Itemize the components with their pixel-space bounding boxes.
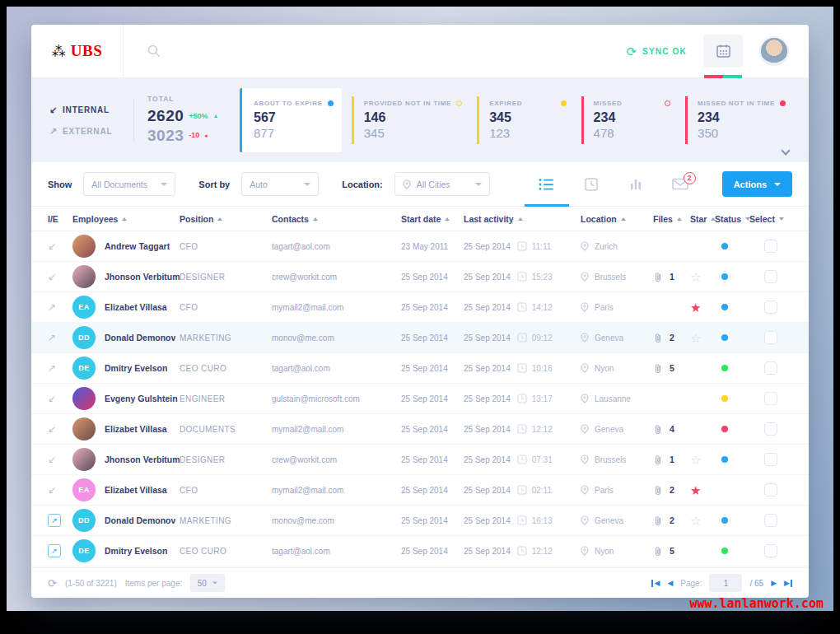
table-row[interactable]: ↗ DD Donald Demonov MARKETING monov@me.c…	[31, 323, 809, 353]
row-checkbox[interactable]	[764, 544, 777, 557]
first-page-button[interactable]: ◀	[651, 579, 660, 587]
items-per-page-label: Items per page:	[125, 579, 182, 588]
stat-dot-icon	[328, 100, 334, 106]
position-text: ENGINEER	[180, 394, 272, 403]
table-row[interactable]: ↗ DE Dmitry Evelson CEO CURO tagart@aol.…	[31, 353, 809, 384]
pin-icon	[581, 424, 589, 434]
sort-select[interactable]: Auto	[241, 172, 319, 196]
table-row[interactable]: ↙ Evgeny Gulshtein ENGINEER gulstain@mic…	[31, 384, 809, 414]
table-row[interactable]: ↗ DE Dmitry Evelson CEO CURO tagart@aol.…	[31, 536, 809, 566]
column-header[interactable]: Employees	[72, 214, 180, 224]
contact-email: mymail2@mail.com	[272, 486, 401, 495]
start-date: 25 Sep 2014	[401, 303, 464, 312]
row-checkbox[interactable]	[764, 483, 777, 496]
column-header-label: Select	[749, 214, 775, 224]
position-text: CEO CURO	[180, 547, 272, 556]
row-checkbox[interactable]	[764, 514, 777, 527]
next-page-button[interactable]: ▶	[771, 579, 777, 587]
clock-icon	[517, 241, 527, 251]
calendar-button[interactable]	[703, 35, 743, 68]
files-count: 1	[670, 455, 674, 464]
start-date: 25 Sep 2014	[401, 364, 464, 373]
column-header-label: Last activity	[464, 214, 514, 224]
files-count: 5	[670, 546, 674, 556]
tab-chart-view[interactable]	[614, 162, 658, 207]
row-checkbox[interactable]	[764, 422, 777, 436]
table-row[interactable]: ↗ DD Donald Demonov MARKETING monov@me.c…	[31, 506, 809, 536]
column-header[interactable]: Location	[581, 214, 653, 224]
table-row[interactable]: ↙ Elizabet Villasa DOCUMENTS mymail2@mai…	[31, 414, 809, 445]
activity-time: 07:31	[532, 455, 553, 464]
column-header[interactable]: Select	[749, 214, 792, 224]
row-checkbox[interactable]	[764, 361, 777, 375]
column-header[interactable]: I/E	[48, 214, 72, 224]
show-select[interactable]: All Documents	[83, 172, 175, 196]
activity-date: 25 Sep 2014	[464, 455, 511, 464]
table-row[interactable]: ↙ Jhonson Verbitum DESIGNER crew@workit.…	[31, 262, 809, 292]
column-header[interactable]: Last activity	[464, 214, 581, 224]
stat-card[interactable]: MISSED 234 478	[581, 96, 675, 145]
chevron-down-icon	[212, 581, 217, 584]
row-checkbox[interactable]	[764, 331, 777, 344]
stat-card[interactable]: PROVIDED NOT IN TIME 146 345	[352, 96, 467, 145]
external-toggle[interactable]: ↗ EXTERNAL	[49, 126, 120, 137]
column-header-label: Location	[581, 214, 617, 224]
stat-card[interactable]: MISSED NOT IN TIME 234 350	[685, 96, 791, 145]
last-page-button[interactable]: ▶	[784, 579, 792, 587]
column-header[interactable]: Contacts	[272, 214, 401, 224]
column-header[interactable]: Star	[690, 214, 715, 224]
stat-card[interactable]: ABOUT TO EXPIRE 567 877	[240, 88, 342, 153]
ubs-logo[interactable]: ⁂ UBS	[31, 25, 124, 77]
star-icon[interactable]: ☆	[690, 454, 701, 466]
tab-timeline-view[interactable]	[569, 162, 614, 207]
star-icon[interactable]: ★	[690, 484, 701, 496]
actions-button[interactable]: Actions	[722, 171, 792, 197]
stat-card[interactable]: EXPIRED 345 123	[477, 96, 571, 145]
location-select[interactable]: All Cities	[394, 172, 490, 196]
tab-mail-view[interactable]: 2	[658, 162, 702, 207]
internal-label: INTERNAL	[63, 105, 110, 114]
row-checkbox[interactable]	[764, 301, 777, 314]
page-input[interactable]	[709, 574, 742, 592]
star-icon[interactable]: ☆	[690, 515, 701, 527]
paperclip-icon	[653, 515, 663, 526]
column-header[interactable]: Start date	[401, 214, 464, 224]
table-row[interactable]: ↙ EA Elizabet Villasa CFO mymail2@mail.c…	[31, 475, 809, 506]
table-row[interactable]: ↙ Andrew Taggart CFO tagart@aol.com 23 M…	[31, 231, 809, 262]
employee-name: Evgeny Gulshtein	[105, 394, 178, 403]
star-icon[interactable]: ★	[690, 301, 701, 314]
column-header[interactable]: Status	[715, 214, 749, 224]
column-header[interactable]: Files	[653, 214, 690, 224]
direction-icon: ↗	[48, 544, 61, 557]
calendar-indicator-bar	[704, 75, 742, 78]
employee-name: Elizabet Villasa	[105, 485, 167, 495]
prev-page-button[interactable]: ◀	[667, 579, 673, 587]
search-icon[interactable]	[147, 44, 161, 58]
avatar: DD	[72, 326, 96, 349]
pin-icon	[403, 179, 411, 189]
refresh-icon[interactable]: ⟳	[48, 577, 57, 590]
row-checkbox[interactable]	[764, 453, 777, 466]
tab-list-view[interactable]	[525, 162, 569, 207]
table-row[interactable]: ↙ Jhonson Verbitum DESIGNER crew@workit.…	[31, 445, 809, 475]
contact-email: tagart@aol.com	[272, 364, 401, 373]
column-header[interactable]: Position	[180, 214, 272, 224]
sync-status[interactable]: ⟳ SYNC OK	[626, 45, 687, 58]
star-icon[interactable]: ☆	[690, 332, 701, 344]
status-dot	[721, 548, 728, 554]
direction-icon: ↙	[48, 393, 56, 404]
files-count: 2	[670, 515, 674, 525]
row-checkbox[interactable]	[764, 240, 777, 253]
row-checkbox[interactable]	[764, 270, 777, 283]
items-per-page-select[interactable]: 50	[190, 574, 225, 592]
star-icon[interactable]: ☆	[690, 271, 701, 283]
direction-icon: ↗	[48, 301, 56, 313]
stat-card-label: EXPIRED	[489, 100, 522, 107]
internal-toggle[interactable]: ↙ INTERNAL	[49, 105, 120, 115]
user-avatar[interactable]	[759, 36, 789, 66]
row-checkbox[interactable]	[764, 392, 777, 405]
table-row[interactable]: ↗ EA Elizabet Villasa CFO mymail2@mail.c…	[31, 292, 809, 323]
stat-card-secondary: 877	[254, 126, 334, 141]
first-page-icon: ◀	[654, 579, 660, 587]
clock-icon	[517, 546, 527, 556]
